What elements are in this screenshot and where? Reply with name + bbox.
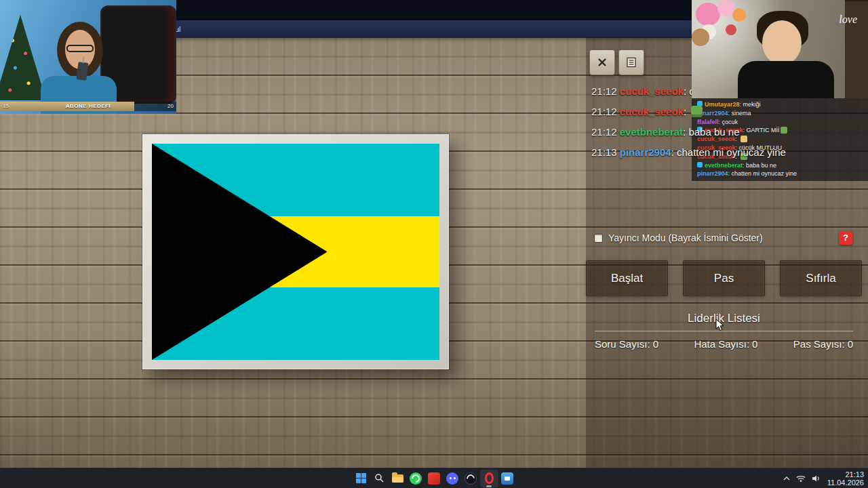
chat-username[interactable]: cucuk_seeok (620, 85, 684, 97)
leaderboard-stats: Soru Sayısı:0 Hata Sayısı:0 Pas Sayısı:0 (595, 338, 853, 350)
opera-button[interactable] (480, 470, 498, 487)
list-button[interactable] (618, 49, 644, 75)
stat-value: 0 (752, 338, 757, 350)
separator: : (684, 85, 686, 97)
plushie (732, 8, 746, 22)
volume-icon[interactable] (812, 474, 821, 483)
mouse-cursor (715, 319, 725, 331)
taskbar: 21:13 11.04.2026 (0, 468, 868, 488)
separator: : (671, 146, 674, 158)
guest-face (762, 20, 802, 65)
chat-text: chatten mi oynucaz yine (677, 146, 786, 158)
screen: ul Umutayar28: m (0, 0, 868, 488)
list-icon (626, 57, 637, 68)
search-icon (374, 473, 384, 483)
chat-timestamp: 21:12 (591, 106, 617, 117)
turtle-emote-icon (691, 106, 703, 117)
stat-errors: Hata Sayısı:0 (694, 338, 757, 350)
chat-username[interactable]: cucuk_seeok (620, 106, 684, 117)
whatsapp-icon (410, 472, 422, 485)
goal-label: ABONE HEDEFİ (0, 102, 176, 111)
start-game-button[interactable]: Başlat (586, 260, 668, 296)
chat-username[interactable]: pinarr2904 (620, 146, 671, 158)
christmas-tree (0, 15, 46, 100)
store-icon (501, 472, 513, 485)
clock-time: 21:13 (827, 470, 864, 479)
plushie (696, 3, 720, 26)
store-app-button[interactable] (498, 470, 517, 487)
overlay-chat-username: pinarr2904 (697, 170, 728, 177)
drink-cup (76, 62, 88, 81)
streamer-mode-label: Yayıncı Modu (Bayrak İsmini Göster) (608, 232, 763, 243)
stat-label: Hata Sayısı: (694, 338, 749, 350)
taskbar-clock[interactable]: 21:13 11.04.2026 (827, 470, 864, 487)
goal-target: 20 (167, 102, 174, 111)
chat-timestamp: 21:13 (591, 146, 617, 158)
quiz-flag-frame (142, 134, 449, 369)
taskbar-search-button[interactable] (370, 470, 389, 487)
plushie (692, 28, 709, 46)
obs-icon (465, 472, 477, 485)
panel-icon-buttons (589, 49, 644, 75)
chat-message: 21:13 pinarr2904: chatten mi oynucaz yin… (591, 146, 868, 159)
separator: : (684, 106, 686, 117)
file-explorer-button[interactable] (389, 470, 407, 487)
tray-chevron-up-icon[interactable] (783, 476, 790, 481)
webcam-left: 15 ABONE HEDEFİ 20 (0, 0, 176, 114)
subscriber-goal-bar: 15 ABONE HEDEFİ 20 (0, 102, 176, 111)
game-action-buttons: Başlat Pas Sıfırla (586, 260, 862, 296)
plushie (726, 24, 736, 35)
stat-questions: Soru Sayısı:0 (595, 338, 658, 350)
red-app-button[interactable] (425, 470, 443, 487)
system-tray: 21:13 11.04.2026 (783, 468, 864, 488)
pass-button[interactable]: Pas (683, 260, 765, 296)
guest-body (738, 61, 834, 98)
chat-timestamp: 21:12 (591, 126, 617, 138)
reset-button[interactable]: Sıfırla (780, 260, 862, 296)
obs-button[interactable] (462, 470, 480, 487)
overlay-chat-message: pinarr2904: chatten mi oynucaz yine (697, 169, 863, 178)
wifi-icon[interactable] (796, 474, 806, 483)
folder-icon (392, 474, 403, 483)
webcam-right: love (692, 0, 868, 98)
streamer-mode-row: Yayıncı Modu (Bayrak İsmini Göster) ? (594, 230, 852, 245)
red-app-icon (428, 472, 440, 485)
windows-logo-icon (356, 473, 366, 483)
chat-username[interactable]: evetbneberat (620, 126, 683, 138)
quiz-flag-bahamas (152, 144, 439, 360)
streamer-mode-checkbox[interactable] (594, 234, 603, 243)
separator: : (683, 126, 686, 138)
chat-text: baba bu ne (688, 126, 739, 138)
discord-button[interactable] (443, 470, 462, 487)
separator: : (728, 170, 730, 177)
overlay-chat-text: chatten mi oynucaz yine (732, 170, 797, 177)
love-sign: love (839, 14, 857, 26)
whatsapp-button[interactable] (407, 470, 425, 487)
close-icon (597, 57, 608, 68)
stat-value: 0 (848, 338, 853, 350)
stat-value: 0 (653, 338, 658, 350)
stat-passes: Pas Sayısı:0 (793, 338, 853, 350)
chat-message: 21:12 cucuk_seeok: (591, 105, 868, 119)
opera-icon (485, 472, 494, 484)
clock-date: 11.04.2026 (827, 479, 864, 487)
stat-label: Pas Sayısı: (793, 338, 845, 350)
close-grid-button[interactable] (589, 49, 615, 75)
glasses-icon (66, 45, 94, 52)
discord-icon (446, 472, 458, 485)
chat-message: 21:12 evetbneberat: baba bu ne (591, 125, 868, 139)
stat-label: Soru Sayısı: (595, 338, 650, 350)
chat-timestamp: 21:12 (591, 85, 617, 97)
help-button[interactable]: ? (839, 231, 852, 245)
windows-start-button[interactable] (352, 470, 370, 487)
